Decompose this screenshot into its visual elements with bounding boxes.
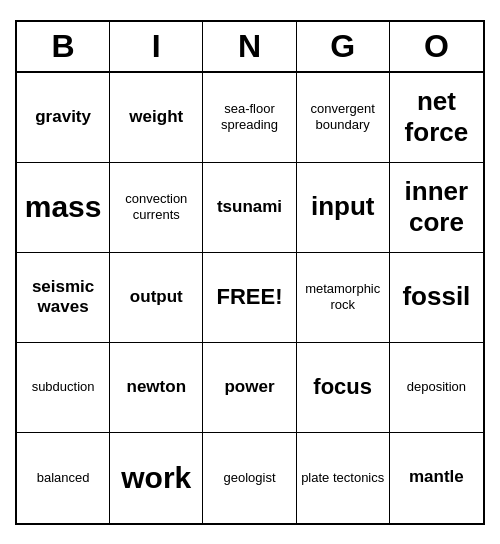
cell-text-1-2: tsunami bbox=[217, 197, 282, 217]
bingo-header: BINGO bbox=[17, 22, 483, 73]
header-letter-i: I bbox=[110, 22, 203, 71]
bingo-cell-2-1: output bbox=[110, 253, 203, 343]
bingo-cell-3-1: newton bbox=[110, 343, 203, 433]
bingo-cell-1-3: input bbox=[297, 163, 390, 253]
cell-text-1-0: mass bbox=[25, 189, 102, 225]
bingo-cell-2-3: metamorphic rock bbox=[297, 253, 390, 343]
bingo-grid: gravityweightsea-floor spreadingconverge… bbox=[17, 73, 483, 523]
cell-text-3-2: power bbox=[224, 377, 274, 397]
bingo-cell-4-2: geologist bbox=[203, 433, 296, 523]
cell-text-0-0: gravity bbox=[35, 107, 91, 127]
cell-text-2-2: FREE! bbox=[216, 284, 282, 310]
bingo-cell-0-0: gravity bbox=[17, 73, 110, 163]
bingo-cell-4-0: balanced bbox=[17, 433, 110, 523]
cell-text-0-2: sea-floor spreading bbox=[207, 101, 291, 132]
bingo-cell-2-0: seismic waves bbox=[17, 253, 110, 343]
bingo-cell-4-4: mantle bbox=[390, 433, 483, 523]
bingo-cell-0-2: sea-floor spreading bbox=[203, 73, 296, 163]
bingo-cell-0-4: net force bbox=[390, 73, 483, 163]
cell-text-2-1: output bbox=[130, 287, 183, 307]
bingo-cell-1-4: inner core bbox=[390, 163, 483, 253]
bingo-cell-1-2: tsunami bbox=[203, 163, 296, 253]
bingo-cell-2-4: fossil bbox=[390, 253, 483, 343]
cell-text-4-3: plate tectonics bbox=[301, 470, 384, 486]
cell-text-4-4: mantle bbox=[409, 467, 464, 487]
bingo-card: BINGO gravityweightsea-floor spreadingco… bbox=[15, 20, 485, 525]
header-letter-n: N bbox=[203, 22, 296, 71]
cell-text-2-4: fossil bbox=[402, 281, 470, 312]
cell-text-2-3: metamorphic rock bbox=[301, 281, 385, 312]
bingo-cell-1-1: convection currents bbox=[110, 163, 203, 253]
cell-text-1-3: input bbox=[311, 191, 375, 222]
cell-text-4-0: balanced bbox=[37, 470, 90, 486]
cell-text-1-1: convection currents bbox=[114, 191, 198, 222]
cell-text-3-4: deposition bbox=[407, 379, 466, 395]
cell-text-4-2: geologist bbox=[223, 470, 275, 486]
bingo-cell-3-0: subduction bbox=[17, 343, 110, 433]
cell-text-3-0: subduction bbox=[32, 379, 95, 395]
cell-text-3-3: focus bbox=[313, 374, 372, 400]
bingo-cell-0-1: weight bbox=[110, 73, 203, 163]
header-letter-o: O bbox=[390, 22, 483, 71]
cell-text-4-1: work bbox=[121, 460, 191, 496]
bingo-cell-0-3: convergent boundary bbox=[297, 73, 390, 163]
cell-text-0-1: weight bbox=[129, 107, 183, 127]
bingo-cell-3-3: focus bbox=[297, 343, 390, 433]
bingo-cell-3-2: power bbox=[203, 343, 296, 433]
cell-text-0-3: convergent boundary bbox=[301, 101, 385, 132]
header-letter-b: B bbox=[17, 22, 110, 71]
bingo-cell-2-2: FREE! bbox=[203, 253, 296, 343]
bingo-cell-1-0: mass bbox=[17, 163, 110, 253]
header-letter-g: G bbox=[297, 22, 390, 71]
cell-text-3-1: newton bbox=[127, 377, 187, 397]
bingo-cell-4-1: work bbox=[110, 433, 203, 523]
bingo-cell-3-4: deposition bbox=[390, 343, 483, 433]
cell-text-0-4: net force bbox=[394, 86, 479, 148]
cell-text-1-4: inner core bbox=[394, 176, 479, 238]
cell-text-2-0: seismic waves bbox=[21, 277, 105, 318]
bingo-cell-4-3: plate tectonics bbox=[297, 433, 390, 523]
